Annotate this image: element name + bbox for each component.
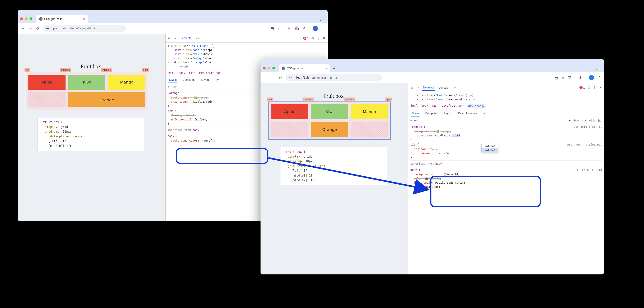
hov-button[interactable]: :hov	[572, 119, 579, 122]
tab-elements[interactable]: Elements	[179, 35, 192, 41]
maximize-window-icon[interactable]	[30, 17, 32, 20]
minimize-window-icon[interactable]	[268, 67, 270, 70]
close-devtools-icon[interactable]: ✕	[323, 36, 325, 40]
install-icon[interactable]: ⬒	[270, 26, 274, 30]
tab-more[interactable]: >>	[482, 110, 487, 116]
tab-events[interactable]: Event Listeners	[458, 110, 478, 116]
profile-avatar[interactable]	[313, 26, 318, 31]
browser-tab[interactable]: CSS grid- fruit ×	[36, 15, 88, 23]
ai-icon[interactable]: ✦	[568, 119, 571, 122]
page-scrollbar[interactable]	[164, 34, 166, 221]
maximize-window-icon[interactable]	[272, 67, 275, 70]
close-window-icon[interactable]	[20, 17, 23, 20]
error-badge[interactable]: ✕1	[303, 37, 308, 40]
settings-icon[interactable]: ⚙	[588, 86, 590, 90]
dom-tree[interactable]: <div class="kiwi">Kiwi</div> flex <div c…	[408, 92, 604, 103]
more-menu-icon[interactable]: ⋮	[593, 86, 596, 90]
tab-console[interactable]: Console	[438, 85, 449, 90]
new-tab-button[interactable]: +	[88, 16, 95, 23]
close-window-icon[interactable]	[263, 67, 266, 70]
autocomplete-dropdown[interactable]: middle1 middle2	[481, 144, 498, 152]
reload-button[interactable]: ⟳	[36, 26, 40, 31]
robot-icon[interactable]: 🤖	[294, 26, 299, 30]
back-button[interactable]: ←	[20, 26, 25, 30]
settings-icon[interactable]: ⚙	[311, 36, 314, 40]
sidebar-toggle-icon[interactable]: ◫	[598, 119, 602, 122]
tab-layout[interactable]: Layout	[443, 110, 453, 116]
tab-strip: CSS grid- fruit × + ⌄	[260, 59, 604, 72]
extensions-icon[interactable]: ⧩	[302, 26, 305, 30]
new-tab-button[interactable]: +	[330, 66, 338, 72]
filter-icon: ▿	[410, 119, 412, 122]
page-scrollbar[interactable]	[406, 83, 408, 274]
minimize-window-icon[interactable]	[25, 17, 28, 20]
device-toolbar-icon[interactable]: ⫾▭	[174, 37, 176, 40]
browser-tab[interactable]: CSS grid- fruit ×	[279, 64, 330, 72]
omnibox[interactable]: ⊶ jec.fish/demo/css-grid-fruit	[286, 74, 382, 81]
cell-apple: Apple	[271, 104, 308, 119]
css-code-block: .fruit-box { display: grid; grid-gap: 10…	[38, 117, 144, 151]
bookmark-icon[interactable]: ☆	[278, 26, 281, 30]
crumb-fruitbox[interactable]: div.fruit-box	[442, 104, 464, 108]
tab-events[interactable]: Ev	[215, 77, 220, 83]
breadcrumbs[interactable]: html body main div.fruit-box div.orange	[408, 103, 604, 110]
crumb-body[interactable]: body	[421, 104, 428, 108]
forward-button[interactable]: →	[28, 26, 33, 30]
tab-computed[interactable]: Computed	[424, 110, 439, 116]
autocomplete-option-selected[interactable]: middle2	[482, 148, 498, 152]
extensions-icon[interactable]: ⧩	[568, 76, 571, 80]
inspect-icon[interactable]: ⯐	[411, 86, 414, 89]
error-badge[interactable]: ✕1	[580, 86, 585, 89]
labs-icon[interactable]: ⚗	[578, 76, 582, 80]
close-devtools-icon[interactable]: ✕	[599, 86, 602, 90]
crumb-main[interactable]: main	[189, 71, 196, 74]
profile-avatar[interactable]	[589, 75, 594, 80]
inspect-icon[interactable]: ⯐	[168, 37, 171, 40]
tab-elements[interactable]: Elements	[422, 85, 435, 90]
source-link[interactable]: css-grid-fruit:3	[575, 168, 602, 172]
source-link[interactable]: css-grid-fruit:11	[574, 125, 602, 129]
crumb-orange[interactable]: div.orange	[467, 104, 486, 108]
autocomplete-option[interactable]: middle1	[482, 144, 498, 148]
tabs-dropdown-icon[interactable]: ⌄	[316, 18, 325, 23]
site-settings-icon[interactable]: ⊶	[46, 27, 49, 30]
crumb-fruitbox[interactable]: div.fruit-box	[199, 71, 221, 74]
crumb-html[interactable]: html	[411, 104, 418, 108]
grid-label-left: left	[24, 68, 30, 72]
install-icon[interactable]: ⬒	[554, 76, 558, 80]
crumb-html[interactable]: html	[168, 71, 175, 74]
device-toolbar-icon[interactable]: ⫾▭	[416, 86, 419, 89]
bookmark-icon[interactable]: ☆	[562, 76, 565, 80]
forward-button[interactable]: →	[271, 76, 276, 80]
tab-styles[interactable]: Styles	[411, 110, 420, 116]
new-style-button[interactable]: +	[588, 119, 592, 122]
back-button[interactable]: ←	[263, 76, 268, 80]
crumb-main[interactable]: main	[432, 104, 438, 108]
cls-button[interactable]: .cls	[580, 119, 586, 122]
close-tab-icon[interactable]: ×	[326, 66, 328, 70]
menu-icon[interactable]: ⋮	[598, 76, 601, 80]
site-settings-icon[interactable]: ⊶	[289, 76, 292, 80]
cell-orange: Orange	[311, 122, 348, 137]
tab-styles[interactable]: Styles	[168, 77, 178, 83]
styles-pane[interactable]: css-grid-fruit:11.orange { background: ▸…	[408, 123, 604, 191]
reload-button[interactable]: ⟳	[278, 76, 283, 80]
more-menu-icon[interactable]: ⋮	[317, 36, 320, 40]
tab-more[interactable]: >>	[452, 85, 457, 90]
empty-cell	[28, 92, 66, 108]
menu-icon[interactable]: ⋮	[321, 26, 325, 30]
empty-cell	[271, 122, 308, 137]
close-tab-icon[interactable]: ×	[83, 17, 85, 21]
tab-title: CSS grid- fruit	[44, 17, 62, 20]
tab-layout[interactable]: Layout	[200, 77, 210, 83]
omnibox[interactable]: ⊶ jec.fish/demo/css-grid-fruit	[43, 25, 126, 32]
crumb-body[interactable]: body	[178, 71, 185, 74]
computed-toggle-icon[interactable]: ▭	[593, 119, 597, 122]
tab-computed[interactable]: Computed	[182, 77, 196, 83]
scissors-icon[interactable]: ✂	[288, 26, 291, 30]
filter-input[interactable]	[413, 119, 567, 122]
tab-more[interactable]: >>	[195, 36, 200, 41]
empty-cell	[351, 122, 388, 137]
tab-title: CSS grid- fruit	[287, 67, 304, 70]
tabs-dropdown-icon[interactable]: ⌄	[592, 68, 602, 72]
